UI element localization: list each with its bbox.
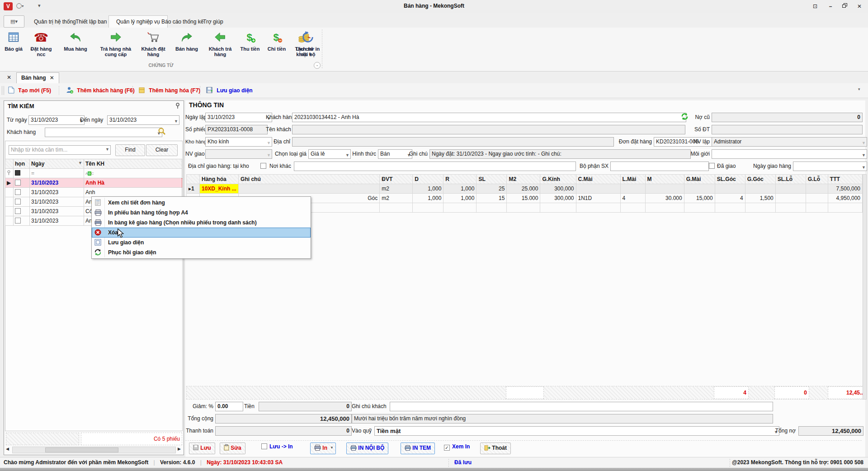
phone-icon: ☎ [26, 30, 56, 46]
filter-row[interactable]: = ABC [5, 169, 182, 178]
customer-filter-label: Khách hàng [7, 128, 36, 137]
ribbon-chi-tien-button[interactable]: $− Chi tiền [264, 29, 289, 62]
toolbar-grip[interactable] [2, 86, 4, 95]
to-date-input[interactable]: 31/10/2023▼ [107, 115, 179, 125]
ribbon-thu-tien-button[interactable]: $+ Thu tiền [237, 29, 263, 62]
khach-hang-input[interactable]: 20231030134412 - Anh Hà▾ [292, 113, 686, 122]
refresh-customer-icon[interactable] [681, 113, 689, 122]
ribbon-tra-hang-ncc-button[interactable]: Trả hàng nhà cung cấp [94, 29, 137, 62]
minimize-button[interactable]: – [825, 2, 836, 10]
ten-khach-input[interactable] [292, 125, 685, 134]
tab-tro-giup[interactable]: Trợ giúp [195, 15, 231, 28]
kho-hang-input[interactable]: Kho kính▼ [205, 137, 272, 147]
vao-quy-input[interactable]: Tiền mặt▼ [374, 426, 779, 436]
info-panel: THÔNG TIN Ngày lập 31/10/2023▼ Khách hàn… [185, 100, 865, 457]
preview-checkbox[interactable]: ✓ [444, 443, 450, 451]
create-new-button[interactable]: Tạo mới (F5) [5, 85, 54, 96]
menu-item-in-phieu-a4[interactable]: In phiếu bán hàng tổng hợp A4 [92, 208, 311, 218]
ribbon-khach-tra-hang-button[interactable]: Khách trả hàng [205, 29, 235, 62]
print-button[interactable]: In ▼ [310, 442, 336, 454]
toolbar-overflow-icon[interactable]: ▾ [858, 87, 860, 91]
detail-grid-header[interactable]: Hàng hóa Ghi chú ĐVT D R SL M2 G.Kính C.… [187, 175, 863, 184]
add-product-button[interactable]: Thêm hàng hóa (F7) [136, 85, 203, 96]
nv-lap-label: NV lập [690, 137, 710, 147]
orders-list-header[interactable]: họn Ngày ▼ Tên KH [5, 159, 182, 169]
preview-label[interactable]: Xem In [452, 443, 470, 450]
text-filter-operator[interactable]: ABC [84, 169, 182, 178]
ribbon-lich-su-in-noi-bo[interactable]: Lịch sử in nội bộ [294, 29, 321, 62]
col-check[interactable]: họn [14, 159, 30, 169]
ribbon-khach-dat-hang-button[interactable]: Khách đặt hàng [138, 29, 168, 62]
find-button[interactable]: Find [115, 144, 145, 156]
scroll-left-icon[interactable]: ◀ [6, 447, 9, 451]
save-button[interactable]: Lưu [189, 442, 215, 454]
edit-button[interactable]: Sửa [220, 442, 245, 454]
row-checkbox [15, 199, 21, 205]
noi-khac-input[interactable] [294, 162, 576, 171]
ngay-giao-hang-input[interactable]: ▼ [793, 162, 867, 171]
scrollbar-thumb[interactable] [45, 447, 118, 452]
dia-chi-input[interactable] [292, 137, 614, 147]
chevron-down-icon[interactable]: ▼ [105, 147, 109, 152]
ribbon-dat-hang-ncc-button[interactable]: ☎ Đặt hàng ncc [26, 29, 56, 62]
da-giao-checkbox[interactable] [709, 163, 715, 169]
exit-button[interactable]: Thoát [480, 442, 511, 454]
close-button[interactable]: ✕ [854, 2, 865, 10]
menu-item-phuc-hoi-giao-dien[interactable]: Phục hồi giao diện [92, 247, 311, 257]
save-print-label[interactable]: Lưu -> In [269, 443, 293, 450]
to-date-label: Đến ngày [80, 115, 103, 125]
col-date[interactable]: Ngày ▼ [30, 159, 84, 169]
nv-giao-input[interactable]: ▼ [205, 149, 272, 159]
restore-button[interactable] [839, 2, 851, 10]
giam-input[interactable]: 0.00 [215, 402, 243, 411]
menu-item-xem-chi-tiet[interactable]: Xem chi tiết đơn hàng [92, 198, 311, 208]
so-dt-label: Số ĐT [690, 125, 710, 134]
so-phieu-label: Số phiếu [185, 125, 203, 134]
from-date-input[interactable]: 31/10/2023▼ [28, 115, 85, 125]
col-name[interactable]: Tên KH [84, 159, 182, 169]
customer-filter-input[interactable]: ▼ [45, 128, 162, 137]
order-row[interactable]: 31/10/2023 Anh [5, 188, 182, 197]
version-text: Version: 4.6.0 [160, 459, 195, 466]
tab-ban-hang[interactable]: Bán hàng✕ [16, 72, 59, 83]
bo-phan-sx-input[interactable] [610, 162, 709, 171]
clear-button[interactable]: Clear [146, 144, 178, 156]
keyword-search-input[interactable]: Nhập từ khóa cần tìm... [9, 145, 111, 155]
save-layout-button[interactable]: Lưu giao diện [203, 85, 255, 96]
total-sl-goc: 4 [714, 386, 749, 399]
moi-gioi-label: Môi giới [690, 149, 710, 159]
ghi-chu-khach-input[interactable] [390, 402, 773, 411]
noi-khac-checkbox[interactable] [260, 163, 266, 169]
menu-item-in-bang-ke[interactable]: In bảng kê giao hàng (Chọn nhiều phiếu t… [92, 218, 311, 228]
ngay-giao-hang-label: Ngày giao hàng [742, 162, 791, 171]
moi-gioi-input[interactable]: ▼ [712, 149, 867, 159]
detail-row[interactable]: ▸1 10XD_Kính ... m2 1,000 1,000 25 25.00… [187, 184, 863, 194]
horizontal-scrollbar[interactable] [12, 447, 176, 453]
print-label-button[interactable]: IN TEM [401, 442, 435, 454]
bo-phan-sx-label: Bộ phận SX [575, 162, 609, 171]
row-checkbox [15, 180, 21, 186]
arrow-right-icon [94, 30, 137, 46]
close-all-tabs-button[interactable]: ✕ [4, 73, 14, 82]
ghi-chu-input[interactable]: Ngày đặt: 31/10/2023 - Ngay giao ước tín… [429, 149, 691, 159]
close-tab-icon[interactable]: ✕ [50, 75, 54, 81]
date-filter-operator[interactable]: = [30, 169, 84, 178]
ribbon-ban-hang-button[interactable]: Bán hàng [169, 29, 204, 62]
print-internal-button[interactable]: IN NỘI BỘ [346, 442, 388, 454]
scroll-right-icon[interactable]: ▶ [178, 447, 181, 451]
add-customer-button[interactable]: + Thêm khách hàng (F6) [63, 85, 137, 96]
pin-icon[interactable] [175, 103, 180, 110]
clipboard-icon [224, 445, 229, 451]
ribbon-bao-gia-button[interactable]: Báo giá [3, 29, 24, 62]
app-menu-button[interactable]: ▤▾ [4, 15, 24, 28]
ribbon-collapse-button[interactable]: ⌄ [314, 62, 321, 69]
save-print-checkbox[interactable] [261, 443, 267, 450]
restore-icon [842, 3, 848, 8]
ribbon-mua-hang-button[interactable]: Mua hàng [58, 29, 93, 62]
fullscreen-button[interactable]: ⊡ [809, 2, 821, 10]
vertical-scrollbar[interactable] [863, 174, 867, 400]
ngay-lap-input[interactable]: 31/10/2023▼ [205, 113, 272, 122]
search-icon[interactable] [158, 127, 166, 137]
order-row[interactable]: ▶ 31/10/2023 Anh Hà [5, 178, 182, 188]
noi-khac-label: Nơi khác [269, 162, 291, 171]
